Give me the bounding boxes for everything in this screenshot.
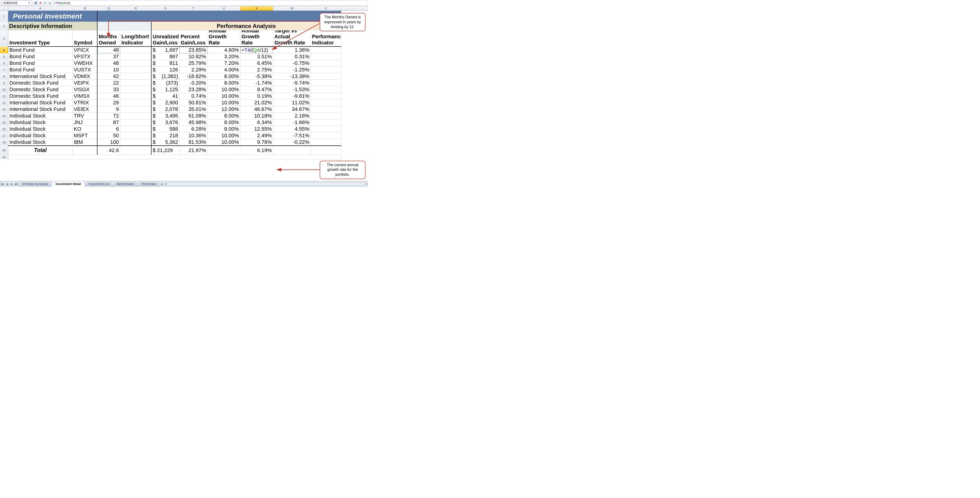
cell-A11[interactable]: Domestic Stock Fund bbox=[8, 93, 73, 99]
cell-B15[interactable]: JNJ bbox=[73, 119, 97, 126]
cell-X4[interactable] bbox=[311, 47, 341, 53]
row-header-16[interactable]: 16 bbox=[0, 126, 8, 132]
cell-Q4[interactable]: 48 bbox=[97, 47, 120, 53]
row-header-15[interactable]: 15 bbox=[0, 119, 8, 126]
cell-X9[interactable] bbox=[311, 80, 341, 86]
row-header-20[interactable]: 20 bbox=[0, 155, 8, 159]
cell-A12[interactable]: International Stock Fund bbox=[8, 99, 73, 106]
cell-A6[interactable]: Bond Fund bbox=[8, 60, 73, 67]
cell-Q8[interactable]: 42 bbox=[97, 73, 120, 80]
cell-A14[interactable]: Individual Stock bbox=[8, 113, 73, 119]
cell-S6[interactable]: $811 bbox=[151, 60, 180, 67]
row-header-12[interactable]: 12 bbox=[0, 99, 8, 106]
cell-A8[interactable]: International Stock Fund bbox=[8, 73, 73, 80]
cell-X10[interactable] bbox=[311, 86, 341, 93]
cell-S11[interactable]: $41 bbox=[151, 93, 180, 99]
cell-R15[interactable] bbox=[120, 119, 151, 126]
cell-W16[interactable]: 4.55% bbox=[273, 126, 311, 132]
cell-T18[interactable]: 81.53% bbox=[180, 139, 207, 145]
cell-T4[interactable]: 23.85% bbox=[180, 47, 207, 53]
sheet-tab-investment-detail[interactable]: Investment Detail bbox=[52, 182, 85, 187]
col-header-X[interactable]: X bbox=[311, 6, 341, 11]
worksheet-grid[interactable]: 1 Personal Investment 2 Descriptive Info… bbox=[0, 11, 368, 159]
sheet-tab-portfolio-summary[interactable]: Portfolio Summary bbox=[19, 182, 52, 187]
cell-W14[interactable]: 2.18% bbox=[273, 113, 311, 119]
cell-S8[interactable]: $1,382 bbox=[151, 73, 180, 80]
cell-Q11[interactable]: 46 bbox=[97, 93, 120, 99]
cell-U16[interactable]: 8.00% bbox=[207, 126, 240, 132]
cell-U15[interactable]: 8.00% bbox=[207, 119, 240, 126]
tab-nav-first[interactable]: I◂ bbox=[0, 182, 5, 186]
cell-U14[interactable]: 8.00% bbox=[207, 113, 240, 119]
cell-V5[interactable]: 3.51% bbox=[240, 53, 273, 60]
col-header-W[interactable]: W bbox=[273, 6, 311, 11]
formula-input[interactable]: =T4/(Q4/12) bbox=[52, 0, 368, 6]
cell-R10[interactable] bbox=[120, 86, 151, 93]
cell-T5[interactable]: 10.82% bbox=[180, 53, 207, 60]
cell-R13[interactable] bbox=[120, 106, 151, 113]
row-header-8[interactable]: 8 bbox=[0, 73, 8, 80]
tab-nav-last[interactable]: ▸I bbox=[14, 182, 19, 186]
cell-W11[interactable]: -9.81% bbox=[273, 93, 311, 99]
cell-U17[interactable]: 10.00% bbox=[207, 132, 240, 139]
cell-V14[interactable]: 10.18% bbox=[240, 113, 273, 119]
row-header-9[interactable]: 9 bbox=[0, 80, 8, 86]
col-header-B[interactable]: B bbox=[73, 6, 97, 11]
cell-S5[interactable]: $867 bbox=[151, 53, 180, 60]
cell-T6[interactable]: 25.79% bbox=[180, 60, 207, 67]
cell-A9[interactable]: Domestic Stock Fund bbox=[8, 80, 73, 86]
cell-U11[interactable]: 10.00% bbox=[207, 93, 240, 99]
cell-V4-editing[interactable]: =T4/(Q4/12) bbox=[240, 47, 273, 53]
col-header-A[interactable]: A bbox=[8, 6, 73, 11]
cell-T12[interactable]: 50.81% bbox=[180, 99, 207, 106]
cell-T8[interactable]: -18.82% bbox=[180, 73, 207, 80]
col-header-Q[interactable]: Q bbox=[97, 6, 120, 11]
cell-B17[interactable]: MSFT bbox=[73, 132, 97, 139]
cell-W18[interactable]: -0.22% bbox=[273, 139, 311, 145]
cell-X17[interactable] bbox=[311, 132, 341, 139]
row-header-11[interactable]: 11 bbox=[0, 93, 8, 99]
cell-X14[interactable] bbox=[311, 113, 341, 119]
cell-Q18[interactable]: 100 bbox=[97, 139, 120, 145]
col-header-U[interactable]: U bbox=[207, 6, 240, 11]
cell-Q14[interactable]: 72 bbox=[97, 113, 120, 119]
cell-R4[interactable] bbox=[120, 47, 151, 53]
enter-button[interactable]: ✓ bbox=[43, 1, 48, 5]
horizontal-scrollbar[interactable] bbox=[165, 182, 368, 186]
cell-X11[interactable] bbox=[311, 93, 341, 99]
sheet-tab-benchmarks[interactable]: Benchmarks bbox=[113, 182, 138, 187]
cell-S17[interactable]: $218 bbox=[151, 132, 180, 139]
cell-U8[interactable]: 8.00% bbox=[207, 73, 240, 80]
cell-S16[interactable]: $588 bbox=[151, 126, 180, 132]
cell-S13[interactable]: $2,078 bbox=[151, 106, 180, 113]
name-box-dropdown-icon[interactable]: ▼ bbox=[28, 2, 30, 4]
cell-X12[interactable] bbox=[311, 99, 341, 106]
cell-Q16[interactable]: 6 bbox=[97, 126, 120, 132]
cell-A13[interactable]: International Stock Fund bbox=[8, 106, 73, 113]
cell-T13[interactable]: 35.01% bbox=[180, 106, 207, 113]
cell-Q6[interactable]: 48 bbox=[97, 60, 120, 67]
cell-V9[interactable]: -1.74% bbox=[240, 80, 273, 86]
cell-V16[interactable]: 12.55% bbox=[240, 126, 273, 132]
cell-V12[interactable]: 21.02% bbox=[240, 99, 273, 106]
row-header-2[interactable]: 2 bbox=[0, 22, 8, 30]
row-header-3[interactable]: 3 bbox=[0, 30, 8, 47]
cell-V8[interactable]: -5.38% bbox=[240, 73, 273, 80]
cell-U9[interactable]: 8.00% bbox=[207, 80, 240, 86]
cell-T10[interactable]: 23.28% bbox=[180, 86, 207, 93]
cell-X5[interactable] bbox=[311, 53, 341, 60]
cell-Q10[interactable]: 33 bbox=[97, 86, 120, 93]
cell-R9[interactable] bbox=[120, 80, 151, 86]
cell-A16[interactable]: Individual Stock bbox=[8, 126, 73, 132]
select-all-corner[interactable] bbox=[0, 6, 8, 11]
cell-X18[interactable] bbox=[311, 139, 341, 145]
expand-icon[interactable]: ⦿ bbox=[33, 1, 38, 5]
cell-Q12[interactable]: 29 bbox=[97, 99, 120, 106]
cell-V17[interactable]: 2.49% bbox=[240, 132, 273, 139]
col-header-T[interactable]: T bbox=[180, 6, 207, 11]
cell-V7[interactable]: 2.75% bbox=[240, 67, 273, 73]
cell-R14[interactable] bbox=[120, 113, 151, 119]
cell-V6[interactable]: 6.45% bbox=[240, 60, 273, 67]
cell-B8[interactable]: VDMIX bbox=[73, 73, 97, 80]
cell-S9[interactable]: $373 bbox=[151, 80, 180, 86]
